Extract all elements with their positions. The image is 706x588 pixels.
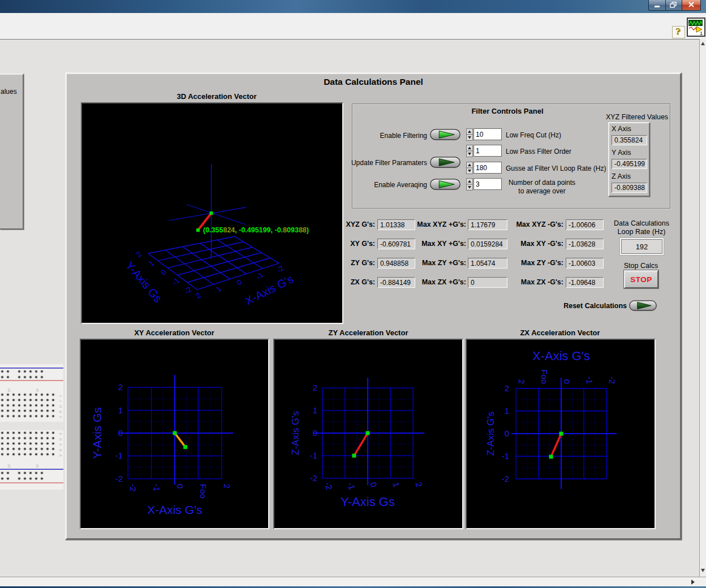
svg-text:A: A <box>59 455 62 457</box>
reset-toggle[interactable] <box>629 300 657 315</box>
svg-text:-2: -2 <box>115 474 123 483</box>
svg-text:X-Axis G's: X-Axis G's <box>243 273 296 308</box>
svg-text:-1: -1 <box>152 484 162 491</box>
numeric-label-3: Number of data pointsto average over <box>485 179 599 196</box>
numeric-label-line1: Number of data points <box>485 179 599 187</box>
svg-text:X-Axis G's: X-Axis G's <box>147 503 202 516</box>
numeric-field-1[interactable]: 1 <box>473 145 502 157</box>
svg-text:25: 25 <box>36 464 39 468</box>
restore-icon <box>666 0 682 10</box>
numeric-label-1: Low Pass Filter Order <box>506 148 571 156</box>
readout-label: Max XYZ -G's: <box>479 220 563 229</box>
svg-text:-1: -1 <box>502 451 509 461</box>
window-titlebar[interactable] <box>0 0 706 14</box>
numeric-field-2[interactable]: 180 <box>473 162 502 174</box>
svg-text:-2: -2 <box>310 473 317 483</box>
axis-label: Y Axis <box>612 149 631 157</box>
close-button[interactable] <box>682 0 701 11</box>
zx-plot-title: ZX Acceleration Vector <box>475 328 645 337</box>
svg-text:20: 20 <box>7 464 11 468</box>
svg-text:0: 0 <box>562 379 572 384</box>
loop-rate-value: 192 <box>620 238 664 255</box>
svg-text:1: 1 <box>147 259 156 268</box>
svg-text:Foo: Foo <box>199 484 208 499</box>
svg-text:25: 25 <box>36 388 39 392</box>
numeric-field-0[interactable]: 10 <box>473 128 502 140</box>
horizontal-scrollbar[interactable] <box>0 577 706 587</box>
left-panel-label: alues <box>1 88 17 96</box>
stop-button[interactable]: STOP <box>624 270 658 288</box>
plot3d-canvas[interactable]: (0.355824, -0.495199, -0.809388)210-1-22… <box>82 103 342 323</box>
svg-text:0: 0 <box>235 278 243 287</box>
readout-label: Max XY -G's: <box>479 240 563 248</box>
toggle-1[interactable] <box>430 157 460 172</box>
screen: { "window": { "help_label": "?", "vi_ico… <box>0 0 706 588</box>
svg-text:-2: -2 <box>183 285 193 296</box>
close-icon <box>682 0 700 10</box>
help-button[interactable]: ? <box>672 26 685 38</box>
readout-label: ZY G's: <box>290 259 375 267</box>
readout-label: XYZ G's: <box>290 220 375 229</box>
svg-text:G: G <box>59 410 62 413</box>
update-filter-paramaters-toggle[interactable] <box>430 157 460 170</box>
xy-plot-canvas[interactable]: 210-1-2-2-10Foo2Y-Axis GsX-Axis G's <box>81 340 268 528</box>
minimize-button[interactable] <box>648 0 666 11</box>
toggle-label: Enable Averaqing <box>314 181 427 189</box>
readout-value: -1.09648 <box>566 277 604 288</box>
toggle-0[interactable] <box>430 129 460 144</box>
svg-text:-1: -1 <box>310 451 317 460</box>
vertical-scrollbar[interactable] <box>699 39 706 577</box>
readout-label: XY G's: <box>290 240 375 248</box>
loop-rate-label-line2: Loop Rate (Hz) <box>585 228 698 236</box>
menu-bar[interactable] <box>0 13 706 25</box>
zx-plot-canvas[interactable]: 210-1-22Foo0-1-2Z-Axis G'sX-Axis G's <box>467 340 655 528</box>
numeric-label-0: Low Freq Cut (Hz) <box>506 131 561 140</box>
readout-value: -1.03628 <box>566 239 604 249</box>
readout-label: Max XYZ +G's: <box>381 220 466 229</box>
toggle-label: Update Filter Paramaters <box>314 159 427 167</box>
svg-text:1: 1 <box>214 284 223 293</box>
svg-text:0: 0 <box>505 429 509 438</box>
svg-text:1: 1 <box>313 405 317 415</box>
readout-label: Max ZX -G's: <box>479 278 563 287</box>
toggle-label: Enable Filtering <box>314 132 427 140</box>
loop-rate-label: Data Calculations Loop Rate (Hz) <box>585 219 698 236</box>
svg-text:-2: -2 <box>275 264 286 275</box>
vi-icon-image: 1 <box>688 19 704 36</box>
toolbar[interactable] <box>0 25 706 40</box>
plot3d-title: 3D Acceleration Vector <box>132 92 302 101</box>
svg-text:1: 1 <box>505 406 509 416</box>
svg-text:-1: -1 <box>255 270 265 281</box>
svg-text:0: 0 <box>368 481 379 488</box>
svg-text:Z-Axis G's: Z-Axis G's <box>485 412 496 456</box>
svg-text:2: 2 <box>505 383 509 393</box>
numeric-spinner-3[interactable] <box>466 178 473 191</box>
svg-text:J: J <box>59 395 62 397</box>
enable-filtering-toggle[interactable] <box>430 129 460 142</box>
zy-plot-canvas[interactable]: 210-1-2-2-1012Z-Axis G'sY-Axis Gs <box>274 340 462 528</box>
svg-text:-2: -2 <box>323 481 334 491</box>
toggle-2[interactable] <box>430 179 460 194</box>
reset-calculations-toggle[interactable] <box>629 300 657 313</box>
axis-label: X Axis <box>612 125 631 133</box>
axis-value: -0.809388 <box>612 183 647 193</box>
numeric-spinner-1[interactable] <box>466 145 473 157</box>
svg-text:E: E <box>59 433 62 435</box>
vi-icon[interactable]: 1 <box>687 18 705 37</box>
left-partial-panel <box>0 74 24 230</box>
svg-text:B: B <box>59 449 62 451</box>
enable-averaqing-toggle[interactable] <box>430 179 460 192</box>
svg-text:H: H <box>59 405 62 408</box>
svg-text:2: 2 <box>313 383 317 392</box>
svg-text:0: 0 <box>118 428 123 438</box>
numeric-spinner-0[interactable] <box>466 128 473 141</box>
numeric-label-2: Gusse at Filter VI Loop Rate (Hz) <box>506 165 606 173</box>
svg-text:20: 20 <box>7 388 11 392</box>
svg-text:-2: -2 <box>608 377 617 384</box>
numeric-spinner-2[interactable] <box>466 162 473 174</box>
svg-text:Y-Axis Gs: Y-Axis Gs <box>341 495 395 509</box>
maximize-button[interactable] <box>665 0 682 11</box>
xyz-filtered-title: XYZ Filtered Values <box>580 113 694 122</box>
svg-text:1: 1 <box>700 31 703 36</box>
loop-rate-label-line1: Data Calculations <box>585 219 698 228</box>
